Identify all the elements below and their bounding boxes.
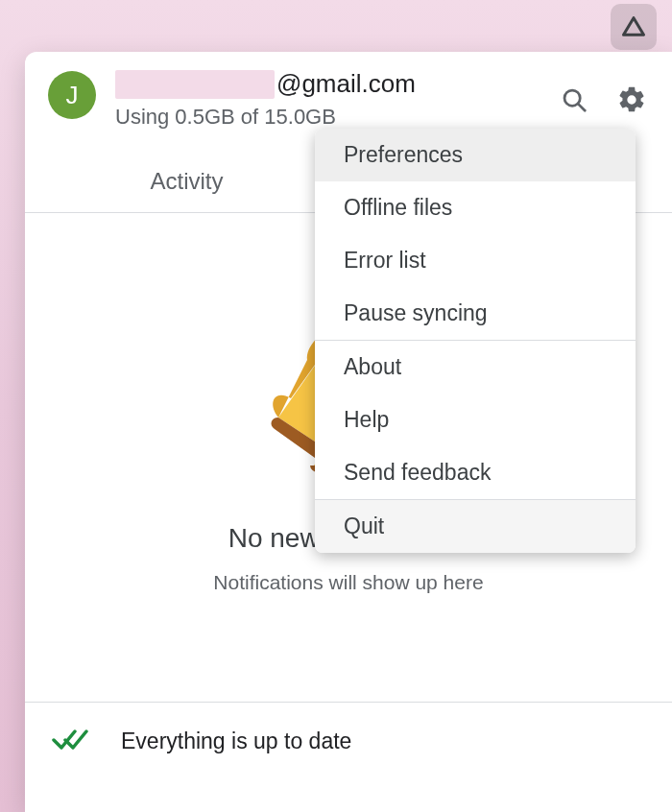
account-info: @gmail.com Using 0.5GB of 15.0GB [115,69,538,130]
status-bar: Everything is up to date [25,703,672,779]
svg-line-1 [578,104,585,110]
settings-button[interactable] [614,83,649,117]
storage-usage: Using 0.5GB of 15.0GB [115,105,538,130]
menu-item-send-feedback[interactable]: Send feedback [315,446,636,499]
empty-subtitle: Notifications will show up here [213,571,483,594]
drive-triangle-icon [620,13,647,40]
search-icon [560,85,588,114]
email-suffix: @gmail.com [276,69,416,99]
menu-item-about[interactable]: About [315,341,636,394]
menu-item-pause-syncing[interactable]: Pause syncing [315,287,636,340]
search-button[interactable] [557,83,591,117]
menu-item-offline-files[interactable]: Offline files [315,181,636,234]
avatar[interactable]: J [48,71,96,119]
header-actions [557,83,649,117]
redacted-email-local [115,70,275,99]
menu-item-error-list[interactable]: Error list [315,234,636,287]
gear-icon [616,84,647,115]
tray-drive-icon[interactable] [611,4,657,50]
avatar-letter: J [66,81,79,110]
drive-popover-panel: J @gmail.com Using 0.5GB of 15.0GB [25,52,672,812]
sync-complete-icon [52,726,90,756]
account-email[interactable]: @gmail.com [115,69,538,99]
settings-menu: Preferences Offline files Error list Pau… [315,129,636,553]
status-text: Everything is up to date [121,728,351,754]
header: J @gmail.com Using 0.5GB of 15.0GB [25,52,672,139]
menu-item-help[interactable]: Help [315,394,636,446]
menu-item-quit[interactable]: Quit [315,500,636,553]
tab-activity[interactable]: Activity [25,151,348,212]
menu-item-preferences[interactable]: Preferences [315,129,636,181]
